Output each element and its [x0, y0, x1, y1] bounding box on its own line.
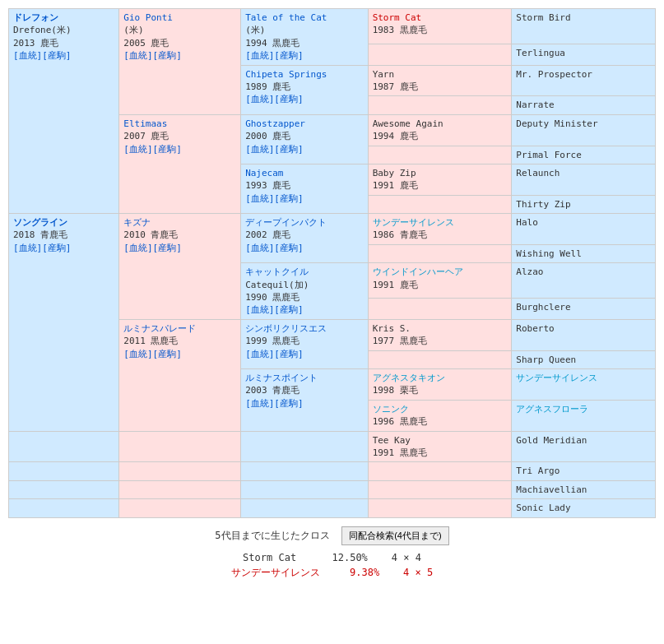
cross-results: Storm Cat 12.50% 4 × 4 サンデーサイレンス 9.38% 4… [8, 552, 656, 580]
horse-year: 2005 鹿毛 [123, 37, 236, 49]
gen3-tale-of-cat: Tale of the Cat (米) 1994 黒鹿毛 [血統][産駒] [241, 9, 369, 66]
pedigree-extra: Tee Kay 1991 黒鹿毛 Gold Meridian Tri Argo … [8, 431, 656, 518]
gen3-chipeta-springs: Chipeta Springs 1989 鹿毛 [血統][産駒] [241, 65, 369, 114]
gen5-primal-force: Primal Force [512, 146, 656, 164]
horse-year: 1983 黒鹿毛 [373, 24, 508, 36]
horse-year: 2003 青鹿毛 [245, 384, 364, 396]
horse-blood: [血統][産駒] [13, 242, 114, 254]
gen5-deputy-minister: Deputy Minister [512, 114, 656, 146]
gen3-deep-impact: ディープインパクト 2002 鹿毛 [血統][産駒] [241, 214, 369, 263]
gen4-empty-2 [368, 96, 512, 114]
gen5-mr-prospector: Mr. Prospector [512, 65, 656, 96]
horse-year: 2018 青鹿毛 [13, 229, 114, 241]
horse-year: 1989 鹿毛 [245, 81, 364, 93]
gen4-baby-zip: Baby Zip 1991 鹿毛 [368, 164, 512, 195]
horse-year: 1977 黒鹿毛 [373, 335, 508, 347]
gen5-burghclere: Burghclere [512, 299, 656, 320]
horse-name: Gio Ponti [123, 12, 236, 24]
horse-name: アグネスタキオン [373, 372, 508, 384]
horse-year: 2010 青鹿毛 [123, 229, 236, 241]
gen3-catequil: キャットクイル Catequil(加) 1990 黒鹿毛 [血統][産駒] [241, 263, 369, 320]
gen4-storm-cat-1: Storm Cat 1983 黒鹿毛 [368, 9, 512, 44]
horse-blood: [血統][産駒] [245, 49, 364, 62]
horse-name: ソニンク [373, 403, 508, 415]
horse-name-en: (米) [123, 24, 236, 36]
cross-search-button[interactable]: 同配合検索(4代目まで) [341, 526, 448, 545]
pedigree-table: ドレフォン Drefone(米) 2013 鹿毛 [血統][産駒] Gio Po… [8, 8, 656, 432]
horse-name: シンボリクリスエス [245, 322, 364, 335]
horse-year: 1987 鹿毛 [373, 81, 508, 93]
horse-blood: [血統][産駒] [123, 348, 236, 360]
horse-name: ディープインパクト [245, 216, 364, 229]
horse-year: 2013 鹿毛 [13, 37, 114, 49]
horse-year: 1991 鹿毛 [373, 279, 508, 291]
gen3-luminous-point: ルミナスポイント 2003 青鹿毛 [血統][産駒] [241, 368, 369, 431]
gen4-sunday-silence-1: サンデーサイレンス 1986 青鹿毛 [368, 214, 512, 245]
gen4-empty-4 [368, 195, 512, 213]
horse-year: 1996 黒鹿毛 [373, 415, 508, 428]
horse-name: Chipeta Springs [245, 68, 364, 81]
horse-year: 1990 黒鹿毛 [245, 291, 364, 303]
table-row: Machiavellian [9, 480, 656, 498]
gen5-halo: Halo [512, 214, 656, 245]
table-row: Tee Kay 1991 黒鹿毛 Gold Meridian [9, 431, 656, 462]
horse-year: 2002 鹿毛 [245, 229, 364, 241]
horse-name: Tale of the Cat [245, 12, 364, 24]
horse-blood: [血統][産駒] [123, 242, 236, 254]
horse-year: 1999 黒鹿毛 [245, 335, 364, 347]
gen2-luminous-parade: ルミナスパレード 2011 黒鹿毛 [血統][産駒] [119, 319, 241, 431]
horse-name: ドレフォン [13, 12, 114, 24]
gen4-yarn: Yarn 1987 鹿毛 [368, 65, 512, 96]
horse-blood: [血統][産駒] [13, 49, 114, 62]
horse-name-en: (米) [245, 24, 364, 36]
horse-name: Tee Kay [373, 434, 508, 447]
horse-year: 1994 鹿毛 [373, 130, 508, 142]
gen5-sharp-queen: Sharp Queen [512, 350, 656, 368]
horse-name: サンデーサイレンス [373, 216, 508, 229]
horse-blood: [血統][産駒] [245, 93, 364, 105]
gen3-ghostzapper: Ghostzapper 2000 鹿毛 [血統][産駒] [241, 114, 369, 164]
horse-name: Kris S. [373, 322, 508, 335]
table-row: Sonic Lady [9, 499, 656, 517]
horse-name: キャットクイル [245, 266, 364, 278]
horse-name: ソングライン [13, 216, 114, 229]
horse-name-en: Catequil(加) [245, 279, 364, 291]
gen4-empty-1 [368, 44, 512, 66]
horse-year: 1994 黒鹿毛 [245, 37, 364, 49]
horse-name: Baby Zip [373, 167, 508, 179]
table-row: Tri Argo [9, 462, 656, 480]
horse-year: 2011 黒鹿毛 [123, 335, 236, 347]
horse-blood: [血統][産駒] [123, 49, 236, 62]
gen4-agnes-tachyon: アグネスタキオン 1998 栗毛 [368, 368, 512, 400]
horse-name: Storm Cat [373, 12, 508, 24]
gen4-awesome-again: Awesome Again 1994 鹿毛 [368, 114, 512, 146]
gen5-tri-argo: Tri Argo [512, 462, 656, 480]
cross-line: 5代目までに生じたクロス 同配合検索(4代目まで) [8, 526, 656, 545]
horse-name: ウインドインハーヘア [373, 266, 508, 278]
horse-year: 1993 鹿毛 [245, 179, 364, 192]
horse-year: 1991 黒鹿毛 [373, 447, 508, 459]
gen5-narrate: Narrate [512, 96, 656, 114]
horse-year: 1998 栗毛 [373, 384, 508, 396]
horse-year: 2000 鹿毛 [245, 130, 364, 142]
gen5-roberto: Roberto [512, 319, 656, 350]
cross-horse-name: Storm Cat [243, 552, 296, 563]
gen5-machiavellian: Machiavellian [512, 480, 656, 498]
horse-name: Najecam [245, 167, 364, 179]
horse-year: 1991 鹿毛 [373, 179, 508, 192]
table-row: ドレフォン Drefone(米) 2013 鹿毛 [血統][産駒] Gio Po… [9, 9, 656, 44]
gen4-wind-in-her-hair: ウインドインハーヘア 1991 鹿毛 [368, 263, 512, 299]
horse-blood: [血統][産駒] [245, 348, 364, 360]
gen4-empty-3 [368, 146, 512, 164]
gen2-gio-ponti: Gio Ponti (米) 2005 鹿毛 [血統][産駒] [119, 9, 241, 115]
gen4-empty-5 [368, 244, 512, 262]
horse-name: Yarn [373, 68, 508, 81]
horse-blood: [血統][産駒] [245, 143, 364, 155]
horse-name: ルミナスパレード [123, 322, 236, 335]
gen5-wishing-well: Wishing Well [512, 244, 656, 262]
gen5-agnes-flora: アグネスフローラ [512, 400, 656, 431]
horse-blood: [血統][産駒] [245, 242, 364, 254]
gen5-storm-bird-1: Storm Bird [512, 9, 656, 44]
horse-name: Awesome Again [373, 118, 508, 130]
cross-entry-sunday-silence: サンデーサイレンス 9.38% 4 × 5 [8, 566, 656, 580]
